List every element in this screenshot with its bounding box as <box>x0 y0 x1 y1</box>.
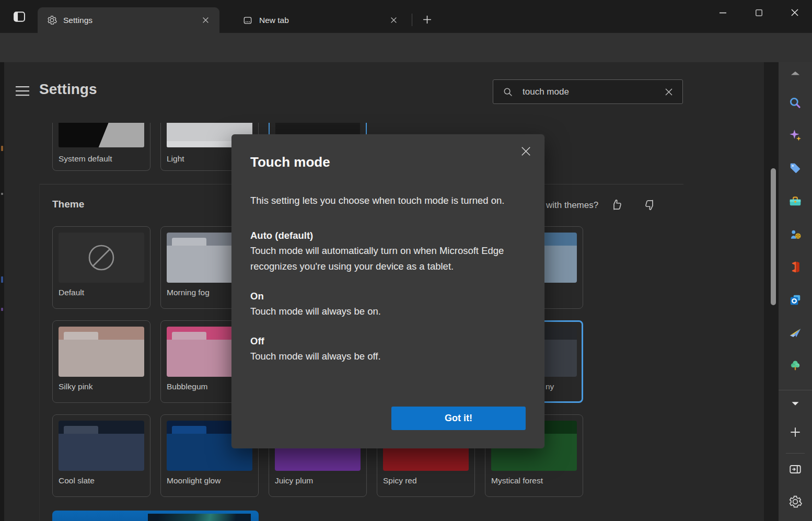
scrollbar-thumb[interactable] <box>771 168 776 305</box>
collapse-icon[interactable] <box>788 397 802 410</box>
dialog-intro: This setting lets you choose when touch … <box>250 192 532 209</box>
theme-feedback-text: with themes? <box>546 200 598 211</box>
option-name: Off <box>250 335 535 347</box>
theme-card[interactable]: Cool slate <box>52 414 150 497</box>
search-input[interactable] <box>521 86 663 98</box>
drop-plane-icon[interactable] <box>788 326 802 340</box>
copilot-icon[interactable] <box>788 129 802 142</box>
option-desc: Touch mode will always be off. <box>250 349 535 364</box>
tab-close-icon[interactable] <box>387 14 400 27</box>
sidebar-divider <box>786 453 805 454</box>
theme-card-label: Silky pink <box>59 382 144 391</box>
new-tab-page-icon <box>242 15 253 26</box>
outlook-icon[interactable] <box>788 293 802 307</box>
tab-title: Settings <box>63 16 199 25</box>
menu-icon[interactable] <box>16 85 29 97</box>
theme-card-label: Juicy plum <box>275 476 361 485</box>
option-desc: Touch mode will automatically turn on wh… <box>250 243 535 274</box>
appearance-card-thumbnail <box>59 123 144 147</box>
add-icon[interactable] <box>788 425 802 439</box>
tab-title: New tab <box>259 16 387 25</box>
theme-card-label: Spicy red <box>383 476 469 485</box>
option-name: On <box>250 291 535 302</box>
theme-banner-partial[interactable] <box>52 511 259 521</box>
option-auto: Auto (default) Touch mode will automatic… <box>250 230 535 274</box>
scroll-up-icon[interactable] <box>788 67 802 80</box>
prohibit-icon <box>87 243 116 272</box>
option-on: On Touch mode will always be on. <box>250 291 535 319</box>
got-it-button[interactable]: Got it! <box>391 407 526 430</box>
dialog-close-icon[interactable] <box>518 144 533 158</box>
tab-strip: Settings New tab <box>0 0 812 33</box>
touch-mode-dialog: Touch mode This setting lets you choose … <box>231 134 544 448</box>
edge-sidebar <box>779 62 812 521</box>
option-desc: Touch mode will always be on. <box>250 304 535 319</box>
tab-actions-icon[interactable] <box>11 9 27 24</box>
tab-settings[interactable]: Settings <box>38 7 219 33</box>
theme-card-label: Default <box>59 288 144 297</box>
settings-search-box[interactable] <box>493 79 683 104</box>
sidebar-divider <box>779 390 812 390</box>
theme-card-thumbnail <box>59 327 144 377</box>
thumbs-up-icon[interactable] <box>609 197 625 213</box>
theme-card[interactable]: Default <box>52 226 150 309</box>
search-icon <box>502 86 514 98</box>
tab-new-tab[interactable]: New tab <box>233 7 408 33</box>
theme-section-heading: Theme <box>52 199 84 210</box>
dialog-title: Touch mode <box>250 154 526 170</box>
option-off: Off Touch mode will always be off. <box>250 335 535 364</box>
theme-card-label: Moonlight glow <box>167 476 252 485</box>
tab-divider <box>412 14 412 26</box>
theme-card-label: Mystical forest <box>491 476 577 485</box>
theme-card-thumbnail <box>59 421 144 471</box>
theme-card-label: Cool slate <box>59 476 144 485</box>
edge-browser-window: Settings New tab <box>0 0 812 521</box>
browser-toolbar: Edge | edge://settings/?search=touch%20m… <box>0 33 812 62</box>
tab-close-icon[interactable] <box>199 14 212 27</box>
games-icon[interactable] <box>788 227 802 241</box>
search-icon[interactable] <box>788 96 802 110</box>
screen-edge-strip <box>0 62 4 521</box>
appearance-card[interactable]: System default <box>52 123 150 171</box>
gear-icon <box>47 15 57 25</box>
option-name: Auto (default) <box>250 230 535 241</box>
office-icon[interactable] <box>788 260 802 274</box>
window-minimize-button[interactable] <box>706 0 739 25</box>
new-tab-button[interactable] <box>419 11 435 27</box>
thumbs-down-icon[interactable] <box>642 197 657 213</box>
sidebar-panel-icon[interactable] <box>788 462 802 476</box>
content-edge-line <box>39 184 40 521</box>
tree-icon[interactable] <box>788 359 802 373</box>
theme-card-thumbnail <box>59 233 144 283</box>
theme-banner-image <box>148 514 251 521</box>
page-title: Settings <box>39 81 97 98</box>
shopping-tag-icon[interactable] <box>788 161 802 175</box>
window-maximize-button[interactable] <box>743 0 775 25</box>
toolbox-icon[interactable] <box>788 194 802 208</box>
appearance-card-label: System default <box>59 154 144 164</box>
clear-search-icon[interactable] <box>663 86 675 98</box>
window-close-button[interactable] <box>779 0 811 25</box>
theme-card[interactable]: Silky pink <box>52 320 150 403</box>
settings-gear-icon[interactable] <box>788 495 802 508</box>
